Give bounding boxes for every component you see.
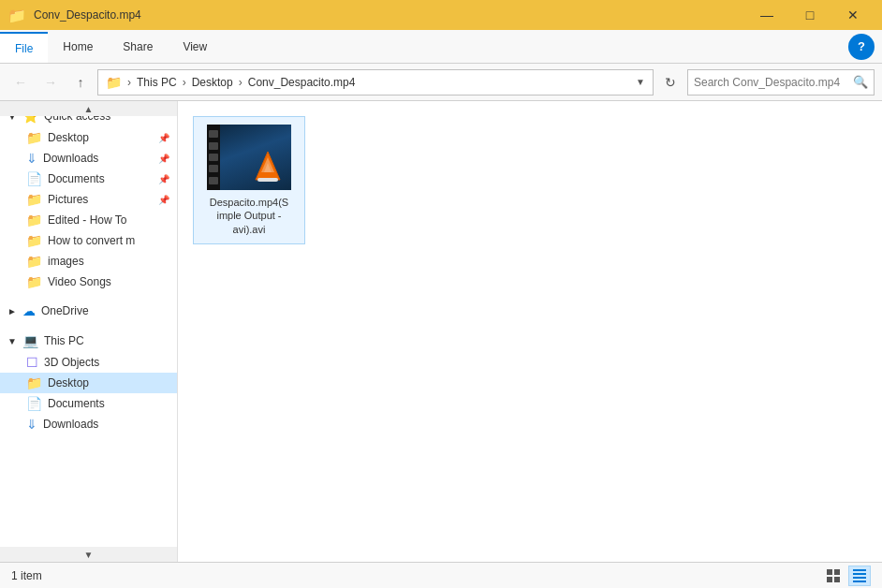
refresh-button[interactable]: ↻ (657, 69, 684, 96)
sidebar-item-howto[interactable]: 📁 How to convert m (0, 230, 177, 251)
breadcrumb-sep1: › (127, 76, 131, 89)
sidebar-downloads-label: Downloads (43, 152, 98, 165)
minimize-button[interactable]: — (745, 0, 788, 30)
svg-rect-10 (853, 577, 866, 579)
film-hole-1 (209, 130, 218, 138)
view-details-icon (853, 569, 866, 582)
3dobjects-icon: ☐ (26, 355, 38, 370)
quick-access-section: ▼ ⭐ Quick access 📁 Desktop 📌 ⇓ Downloads… (0, 101, 177, 296)
title-folder-icon: 📁 (7, 7, 26, 24)
svg-rect-11 (853, 581, 866, 582)
svg-rect-3 (257, 178, 278, 182)
svg-rect-4 (827, 569, 832, 575)
file-name-line2: imple Output - (216, 210, 281, 221)
file-thumbnail (207, 125, 291, 190)
howto-folder-icon: 📁 (26, 233, 42, 248)
sidebar-item-documents2[interactable]: 📄 Documents (0, 393, 177, 414)
onedrive-expand-icon: ► (7, 306, 17, 316)
sidebar-item-downloads[interactable]: ⇓ Downloads 📌 (0, 148, 177, 169)
svg-rect-7 (834, 577, 840, 582)
file-name-line3: avi).avi (233, 224, 266, 235)
sidebar-howto-label: How to convert m (48, 234, 135, 247)
dropdown-arrow-icon[interactable]: ▼ (636, 77, 645, 87)
sidebar-item-desktop[interactable]: 📁 Desktop 📌 (0, 127, 177, 148)
sidebar-item-pictures[interactable]: 📁 Pictures 📌 (0, 189, 177, 210)
pin-icon: 📌 (158, 133, 169, 143)
images-folder-icon: 📁 (26, 254, 42, 269)
breadcrumb-desktop: Desktop (192, 76, 233, 89)
sidebar-scroll-up[interactable]: ▲ (0, 101, 177, 116)
address-bar: ← → ↑ 📁 › This PC › Desktop › Conv_Despa… (0, 64, 882, 101)
onedrive-header[interactable]: ► ☁ OneDrive (0, 300, 177, 322)
sidebar-item-downloads2[interactable]: ⇓ Downloads (0, 414, 177, 434)
content-area: Despacito.mp4(S imple Output - avi).avi (178, 101, 882, 562)
breadcrumb-home-icon: 📁 (106, 75, 122, 90)
tab-file[interactable]: File (0, 32, 48, 63)
search-input[interactable] (694, 76, 849, 89)
view-details-button[interactable] (848, 566, 871, 586)
onedrive-cloud-icon: ☁ (22, 303, 36, 318)
close-button[interactable]: ✕ (831, 0, 875, 30)
breadcrumb-sep2: › (183, 76, 186, 89)
title-bar: 📁 Conv_Despacito.mp4 — □ ✕ (0, 0, 882, 30)
window-controls: — □ ✕ (745, 0, 875, 30)
file-item-despacito[interactable]: Despacito.mp4(S imple Output - avi).avi (193, 116, 305, 244)
ribbon-right: ? (848, 30, 882, 63)
sidebar-item-videosongs[interactable]: 📁 Video Songs (0, 272, 177, 292)
downloads-icon: ⇓ (26, 151, 37, 166)
sidebar-scroll-down[interactable]: ▼ (0, 547, 177, 562)
documents2-icon: 📄 (26, 396, 42, 411)
search-box[interactable]: 🔍 (687, 69, 875, 96)
item-count: 1 item (11, 569, 42, 582)
pin-icon-docs: 📌 (158, 174, 169, 184)
film-hole-3 (209, 154, 218, 161)
maximize-button[interactable]: □ (788, 0, 831, 30)
breadcrumb-file: Conv_Despacito.mp4 (248, 76, 356, 89)
breadcrumb-this-pc: This PC (137, 76, 177, 89)
svg-rect-5 (834, 569, 840, 575)
tab-share[interactable]: Share (108, 30, 168, 63)
tab-view[interactable]: View (168, 30, 222, 63)
sidebar-downloads2-label: Downloads (43, 418, 98, 431)
pictures-icon: 📁 (26, 192, 42, 207)
forward-button[interactable]: → (37, 69, 64, 96)
this-pc-header[interactable]: ▼ 💻 This PC (0, 330, 177, 352)
svg-rect-8 (853, 569, 866, 571)
svg-rect-6 (827, 577, 832, 582)
up-button[interactable]: ↑ (67, 69, 94, 96)
desktop2-folder-icon: 📁 (26, 375, 42, 390)
sidebar-documents-label: Documents (48, 172, 105, 185)
sidebar-item-images[interactable]: 📁 images (0, 251, 177, 272)
sidebar-item-documents[interactable]: 📄 Documents 📌 (0, 169, 177, 189)
pin-icon-pics: 📌 (158, 195, 169, 205)
file-label: Despacito.mp4(S imple Output - avi).avi (210, 196, 288, 236)
film-hole-2 (209, 142, 218, 150)
sidebar-edited-label: Edited - How To (48, 213, 127, 227)
title-bar-text: Conv_Despacito.mp4 (34, 8, 738, 22)
help-button[interactable]: ? (848, 34, 875, 60)
view-icons-icon (827, 569, 840, 582)
sidebar-desktop2-label: Desktop (48, 376, 89, 390)
sidebar-desktop-label: Desktop (48, 131, 89, 144)
tab-home[interactable]: Home (48, 30, 108, 63)
address-box[interactable]: 📁 › This PC › Desktop › Conv_Despacito.m… (97, 69, 654, 96)
this-pc-expand-icon: ▼ (7, 336, 17, 346)
sidebar-pictures-label: Pictures (48, 193, 88, 206)
view-toggle-buttons (822, 566, 871, 586)
file-name-line1: Despacito.mp4(S (210, 197, 288, 208)
view-icons-button[interactable] (822, 566, 845, 586)
back-button[interactable]: ← (7, 69, 34, 96)
breadcrumb-sep3: › (239, 76, 243, 89)
sidebar-item-3dobjects[interactable]: ☐ 3D Objects (0, 352, 177, 373)
downloads2-icon: ⇓ (26, 417, 37, 432)
film-strip (207, 125, 220, 190)
this-pc-label: This PC (44, 334, 84, 347)
sidebar-item-desktop2[interactable]: 📁 Desktop (0, 373, 177, 393)
onedrive-section: ► ☁ OneDrive (0, 296, 177, 326)
vlc-cone-icon (254, 150, 282, 184)
film-hole-4 (209, 165, 218, 172)
desktop-folder-icon: 📁 (26, 130, 42, 145)
sidebar-item-edited[interactable]: 📁 Edited - How To (0, 210, 177, 230)
search-icon: 🔍 (853, 75, 868, 89)
video-frame (207, 125, 291, 190)
